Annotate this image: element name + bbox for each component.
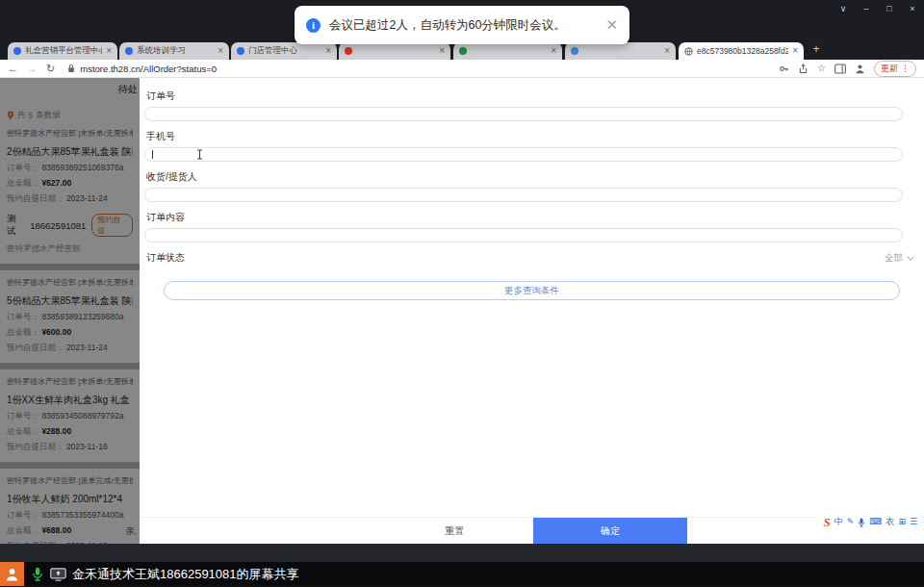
reset-button[interactable]: 重置 xyxy=(376,518,533,544)
amount-row: 总金额： ¥600.00 xyxy=(7,327,133,339)
amount-value: ¥688.00 xyxy=(41,525,71,535)
tab-training[interactable]: 系统培训学习 × xyxy=(119,42,229,60)
tab-favicon xyxy=(459,47,467,55)
update-label: 更新 xyxy=(881,63,898,75)
password-key-icon[interactable] xyxy=(779,64,789,74)
tab-gift-admin[interactable]: 礼盒营销平台管理中心 × xyxy=(8,42,117,60)
tab-active-hex[interactable]: e8c573980b1328a258fd2e6i8 × xyxy=(679,42,804,60)
sogou-logo-icon[interactable]: S xyxy=(824,516,831,528)
new-tab-button[interactable]: + xyxy=(808,42,824,58)
tab-close-icon[interactable]: × xyxy=(218,46,223,56)
address-bar[interactable]: mstore.th28.cn/AllOrder?status=0 xyxy=(64,64,770,74)
side-panel-icon[interactable] xyxy=(834,64,846,74)
info-icon: i xyxy=(306,18,321,33)
amount-value: ¥288.00 xyxy=(41,426,71,436)
tab-favicon xyxy=(125,47,133,55)
ime-mode-icon[interactable]: 中 xyxy=(834,516,843,528)
back-icon[interactable]: ← xyxy=(8,60,18,77)
ime-handwriting-icon[interactable]: ✎ xyxy=(847,516,855,528)
ime-menu-icon[interactable]: ☰ xyxy=(910,516,917,528)
toast-close-icon[interactable]: ✕ xyxy=(605,16,618,34)
window-controls: ∨ – □ × xyxy=(832,0,924,17)
screen-share-bar: 金禾通技术王斌18662591081的屏幕共享 xyxy=(0,562,924,586)
chevron-down-icon xyxy=(907,256,914,261)
card-divider xyxy=(0,264,140,270)
tab-close-icon[interactable]: × xyxy=(551,46,556,56)
pickup-date-row: 预约自提日期： 2023-11-24 xyxy=(7,343,133,354)
page-content: 待处 共 5 条数据 密特罗德水产经营部 [未拆单/无需拆单] 2份精品大果85… xyxy=(0,78,924,544)
order-card[interactable]: 密特罗德水产经营部 [未拆单/无需拆单] 2份精品大果85苹果礼盒装 陕西洛阳1… xyxy=(0,121,140,264)
tab-close-icon[interactable]: × xyxy=(325,46,331,56)
buyer-phone: 18662591081 xyxy=(30,220,86,231)
phone-input[interactable] xyxy=(144,147,903,162)
browser-toolbar: ← → ↻ mstore.th28.cn/AllOrder?status=0 ☆ xyxy=(0,60,924,78)
order-no-row: 订单号： 83859345088979792a xyxy=(7,411,133,422)
filter-footer: 重置 确定 xyxy=(140,517,924,544)
pickup-badge: 预约自提 xyxy=(91,214,133,237)
share-bar-text: 金禾通技术王斌18662591081的屏幕共享 xyxy=(72,566,299,583)
amount-label: 总金额： xyxy=(7,426,39,436)
order-no-row: 订单号： 83859389123259680a xyxy=(7,312,133,323)
buyer-row: 测试 18662591081 预约自提 xyxy=(7,213,133,238)
tab-hidden-1[interactable]: × xyxy=(339,42,450,60)
tab-close-icon[interactable]: × xyxy=(439,46,445,56)
merchant-status: 密特罗德水产经营部 [未拆单/无需拆单] xyxy=(7,376,133,387)
pending-tab-label[interactable]: 待处 xyxy=(7,83,138,96)
filter-panel: 订单号 手机号 收货/提货人 订单内容 xyxy=(140,78,924,544)
bottom-band: 金禾通技术王斌18662591081的屏幕共享 xyxy=(0,544,924,586)
tab-close-icon[interactable]: × xyxy=(106,46,112,56)
tab-favicon xyxy=(13,47,21,55)
profile-avatar-icon[interactable] xyxy=(855,64,865,74)
order-no-input[interactable] xyxy=(144,107,903,121)
clipped-text: 亲, xyxy=(125,525,137,538)
order-no-value: 83859345088979792a xyxy=(41,411,123,421)
screen: 礼盒营销平台管理中心 × 系统培训学习 × 门店管理中心 × × xyxy=(0,0,924,587)
tab-title: 门店管理中心 xyxy=(248,45,321,57)
amount-label: 总金额： xyxy=(7,327,39,337)
more-filters-button[interactable]: 更多查询条件 xyxy=(164,281,900,300)
confirm-button[interactable]: 确定 xyxy=(533,518,687,544)
screen-share-icon[interactable] xyxy=(50,568,66,581)
pickup-date-row: 预约自提日期： 2023-11-16 xyxy=(7,442,133,453)
tab-close-icon[interactable]: × xyxy=(664,46,670,56)
ime-toolbox-icon[interactable]: ⊞ xyxy=(898,516,906,528)
phone-field-label: 手机号 xyxy=(146,130,903,143)
order-card[interactable]: 密特罗德水产经营部 [未拆单/无需拆单] 1份XX生鲜羊肉礼盒3kg 礼盒 订单… xyxy=(0,370,140,462)
ime-keyboard-icon[interactable]: ⌨ xyxy=(869,516,882,528)
recipient-field-label: 收货/提货人 xyxy=(146,170,903,184)
order-card[interactable]: 密特罗德水产经营部 [派单完成/无需拆单] 1份牧羊人鲜奶 200ml*12*4… xyxy=(0,469,140,544)
window-close-button[interactable]: × xyxy=(901,0,924,17)
window-maximize-button[interactable]: □ xyxy=(878,0,901,17)
merchant-status: 密特罗德水产经营部 [派单完成/无需拆单] xyxy=(7,475,133,486)
date-value: 2023-11-24 xyxy=(66,193,108,203)
order-status-value: 全部 xyxy=(885,252,903,265)
window-minimize-button[interactable]: – xyxy=(855,0,878,17)
reload-icon[interactable]: ↻ xyxy=(46,60,55,77)
bookmark-star-icon[interactable]: ☆ xyxy=(817,61,826,76)
order-title: 1份XX生鲜羊肉礼盒3kg 礼盒 xyxy=(7,394,133,407)
order-card[interactable]: 密特罗德水产经营部 [未拆单/无需拆单] 5份精品大果85苹果礼盒装 陕西洛阳1… xyxy=(0,270,140,363)
share-icon[interactable] xyxy=(798,64,808,74)
tab-store-admin[interactable]: 门店管理中心 × xyxy=(231,42,337,60)
tab-hidden-3[interactable]: × xyxy=(565,42,676,60)
microphone-icon[interactable] xyxy=(32,567,43,581)
order-content-input[interactable] xyxy=(144,228,903,242)
ime-skin-icon[interactable]: 衣 xyxy=(886,516,894,528)
tab-hidden-2[interactable]: × xyxy=(453,42,562,60)
tab-search-chevron-icon[interactable]: ∨ xyxy=(832,0,855,17)
merchant-status: 密特罗德水产经营部 [未拆单/无需拆单] xyxy=(7,128,133,139)
date-label: 预约自提日期： xyxy=(7,442,64,451)
ime-mic-icon[interactable] xyxy=(858,518,865,527)
tab-close-icon[interactable]: × xyxy=(792,46,798,56)
amount-value: ¥527.00 xyxy=(41,178,71,188)
amount-value: ¥600.00 xyxy=(41,327,71,337)
chrome-update-button[interactable]: 更新 ⋮ xyxy=(874,61,916,77)
sharer-avatar xyxy=(0,562,24,586)
order-content-field-label: 订单内容 xyxy=(146,211,903,224)
tab-strip: 礼盒营销平台管理中心 × 系统培训学习 × 门店管理中心 × × xyxy=(0,42,924,60)
order-status-select[interactable]: 全部 xyxy=(885,252,914,265)
date-label: 预约自提日期： xyxy=(7,193,64,203)
order-no-label: 订单号： xyxy=(7,411,39,421)
recipient-input[interactable] xyxy=(144,188,903,202)
forward-icon[interactable]: → xyxy=(27,60,38,77)
